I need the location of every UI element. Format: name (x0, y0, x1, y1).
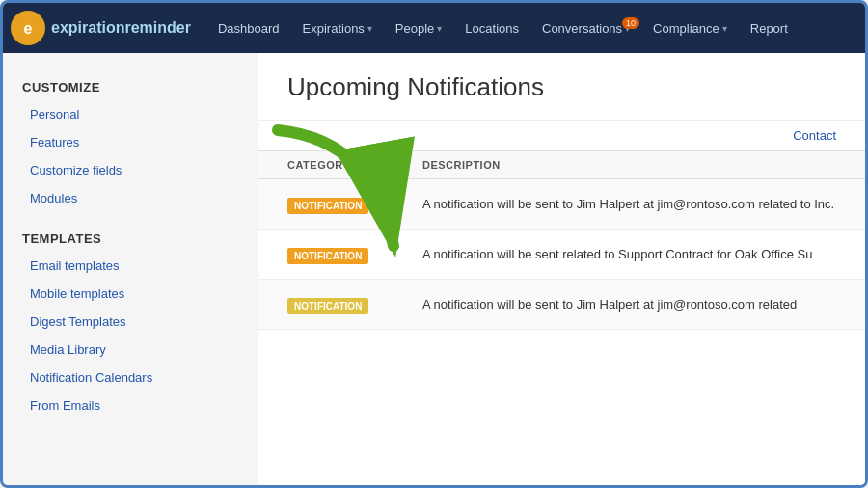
sidebar-section-customize: CUSTOMIZE (3, 72, 258, 100)
content-actions: Contact (258, 121, 865, 150)
table-row: NOTIFICATION A notification will be sent… (258, 280, 865, 330)
svg-text:e: e (24, 20, 33, 37)
chevron-down-icon: ▾ (437, 23, 442, 34)
row-description-1: A notification will be sent to Jim Halpe… (422, 197, 836, 211)
logo-area: e expirationreminder (11, 11, 191, 45)
sidebar-item-media-library[interactable]: Media Library (3, 336, 258, 364)
notification-badge: NOTIFICATION (287, 198, 368, 214)
table-row: NOTIFICATION A notification will be sent… (258, 230, 865, 280)
row-description-3: A notification will be sent to Jim Halpe… (422, 297, 836, 312)
row-category-1: NOTIFICATION (287, 197, 422, 212)
logo-brand-start: expiration (51, 19, 124, 36)
row-category-3: NOTIFICATION (287, 297, 422, 312)
nav-conversations[interactable]: Conversations ▾ 10 (530, 15, 641, 41)
table-row: NOTIFICATION A notification will be sent… (258, 179, 865, 230)
nav-items: Dashboard Expirations ▾ People ▾ Locatio… (206, 15, 857, 41)
notification-badge: NOTIFICATION (287, 298, 368, 314)
col-header-category: CATEGORY (287, 159, 422, 171)
conversations-badge: 10 (622, 17, 639, 29)
sidebar-item-modules[interactable]: Modules (3, 184, 258, 212)
app-wrapper: e expirationreminder Dashboard Expiratio… (0, 0, 868, 488)
row-description-2: A notification will be sent related to S… (422, 247, 836, 261)
nav-expirations[interactable]: Expirations ▾ (291, 15, 384, 41)
content-area: Upcoming Notifications Contact CATEGORY … (258, 53, 865, 485)
sidebar-item-digest-templates[interactable]: Digest Templates (3, 308, 258, 336)
content-header: Upcoming Notifications (258, 53, 865, 121)
sidebar-item-customize-fields[interactable]: Customize fields (3, 156, 258, 184)
sidebar-item-personal[interactable]: Personal (3, 100, 258, 128)
nav-locations[interactable]: Locations (453, 15, 530, 41)
chevron-down-icon: ▾ (367, 23, 372, 34)
row-category-2: NOTIFICATION (287, 247, 422, 262)
nav-compliance[interactable]: Compliance ▾ (641, 15, 739, 41)
page-title: Upcoming Notifications (287, 72, 836, 102)
logo-brand-end: reminder (124, 19, 190, 36)
sidebar-item-from-emails[interactable]: From Emails (3, 392, 258, 420)
logo-icon: e (11, 11, 45, 45)
table-area: CATEGORY DESCRIPTION NOTIFICATION A noti… (258, 150, 865, 330)
contact-link[interactable]: Contact (793, 128, 836, 143)
sidebar-section-templates: TEMPLATES (3, 224, 258, 252)
chevron-down-icon: ▾ (722, 23, 727, 34)
nav-report[interactable]: Report (739, 15, 800, 41)
sidebar-item-features[interactable]: Features (3, 128, 258, 156)
top-nav: e expirationreminder Dashboard Expiratio… (3, 3, 865, 53)
table-header: CATEGORY DESCRIPTION (258, 150, 865, 179)
sidebar-item-notification-calendars[interactable]: Notification Calendars (3, 364, 258, 392)
sidebar-item-email-templates[interactable]: Email templates (3, 252, 258, 280)
logo-text: expirationreminder (51, 19, 191, 37)
sidebar-item-mobile-templates[interactable]: Mobile templates (3, 280, 258, 308)
sidebar: CUSTOMIZE Personal Features Customize fi… (3, 53, 258, 485)
main-layout: CUSTOMIZE Personal Features Customize fi… (3, 53, 865, 485)
notification-badge: NOTIFICATION (287, 248, 368, 264)
nav-dashboard[interactable]: Dashboard (206, 15, 291, 41)
nav-people[interactable]: People ▾ (384, 15, 453, 41)
col-header-description: DESCRIPTION (422, 159, 836, 171)
